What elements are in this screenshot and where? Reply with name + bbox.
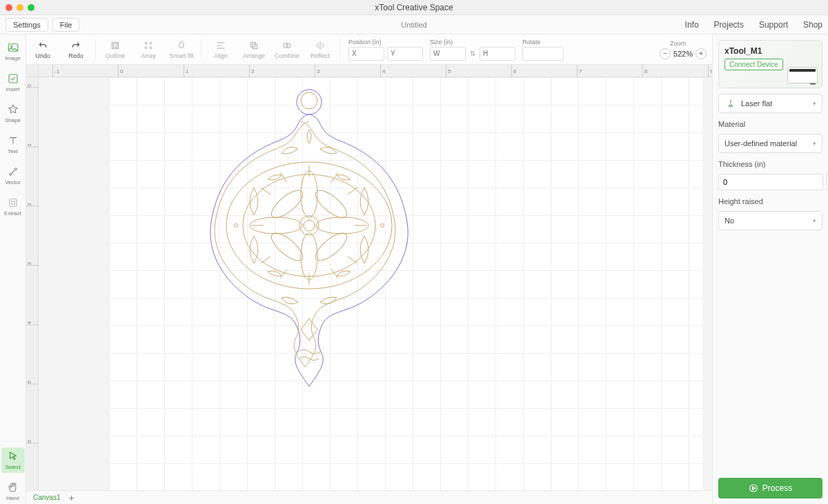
material-value: User-defined material xyxy=(724,139,797,148)
app-title: xTool Creative Space xyxy=(0,3,828,12)
size-label: Size (in) xyxy=(430,39,515,46)
undo-button[interactable]: Undo xyxy=(26,40,59,59)
image-tool[interactable]: Image xyxy=(1,39,25,64)
hand-tool-label: Hand xyxy=(6,495,19,501)
svg-rect-5 xyxy=(9,199,17,207)
svg-point-30 xyxy=(381,224,384,228)
hand-icon xyxy=(7,481,19,494)
svg-point-3 xyxy=(9,173,11,175)
redo-icon xyxy=(70,40,81,51)
hand-tool[interactable]: Hand xyxy=(1,478,25,504)
device-card: xTool_M1 Connect Device xyxy=(718,40,822,88)
rotate-label: Rotate xyxy=(522,39,564,46)
chevron-down-icon: ▾ xyxy=(813,140,816,147)
cursor-icon xyxy=(7,450,19,463)
ruler-corner xyxy=(26,65,39,77)
position-y-input[interactable] xyxy=(387,47,423,61)
rotate-input[interactable] xyxy=(522,47,564,61)
text-tool[interactable]: Text xyxy=(1,132,25,157)
smartfill-label: Smart fill xyxy=(169,52,193,59)
shape-tool[interactable]: Shape xyxy=(1,101,25,126)
reflect-icon xyxy=(315,40,326,51)
svg-rect-7 xyxy=(113,43,117,47)
menubar: Settings File Untitled Info Projects Sup… xyxy=(0,15,828,34)
vector-tool[interactable]: Vector xyxy=(1,163,25,188)
svg-point-1 xyxy=(10,46,12,47)
play-icon xyxy=(749,483,758,493)
insert-tool-label: Insert xyxy=(6,86,19,92)
extract-tool[interactable]: Extract xyxy=(1,194,25,219)
svg-point-11 xyxy=(150,47,152,49)
height-raised-select[interactable]: No ▾ xyxy=(718,211,822,230)
canvas-tabs: Canvas1 + xyxy=(26,490,712,504)
align-icon xyxy=(215,40,226,51)
nav-support[interactable]: Support xyxy=(759,20,788,30)
size-h-input[interactable] xyxy=(480,47,515,61)
top-toolbar: Undo Redo Outline Array Smart fill Align… xyxy=(26,34,712,65)
svg-point-20 xyxy=(304,220,315,231)
ornament-artwork[interactable] xyxy=(185,84,433,394)
thickness-input[interactable] xyxy=(718,174,823,190)
process-button[interactable]: Process xyxy=(718,478,822,498)
position-fields: Position (in) xyxy=(348,39,423,61)
insert-icon xyxy=(7,72,19,85)
svg-point-9 xyxy=(150,42,152,44)
position-x-input[interactable] xyxy=(348,47,384,61)
array-icon xyxy=(143,40,154,51)
svg-point-16 xyxy=(301,92,317,109)
svg-rect-6 xyxy=(112,42,118,48)
text-icon xyxy=(7,134,19,147)
nav-shop[interactable]: Shop xyxy=(803,20,822,30)
height-raised-value: No xyxy=(724,216,734,225)
mode-select[interactable]: Laser flat ▾ xyxy=(718,94,822,113)
array-button[interactable]: Array xyxy=(132,40,165,59)
align-button[interactable]: Align xyxy=(204,40,237,59)
settings-button[interactable]: Settings xyxy=(6,18,48,32)
svg-point-15 xyxy=(286,43,291,48)
reflect-button[interactable]: Reflect xyxy=(304,40,337,59)
canvas-area[interactable]: -10123456789 0123456 xyxy=(26,65,712,504)
material-select[interactable]: User-defined material ▾ xyxy=(718,134,822,153)
smartfill-button[interactable]: Smart fill xyxy=(165,40,198,59)
chevron-down-icon: ▾ xyxy=(813,217,816,224)
arrange-button[interactable]: Arrange xyxy=(237,40,270,59)
select-tool[interactable]: Select xyxy=(1,447,25,473)
size-w-input[interactable] xyxy=(430,47,466,61)
svg-rect-2 xyxy=(9,74,17,83)
arrange-label: Arrange xyxy=(243,52,265,59)
lock-aspect-icon[interactable]: ⇅ xyxy=(469,50,477,57)
size-fields: Size (in) ⇅ xyxy=(430,39,515,61)
svg-point-29 xyxy=(235,224,238,228)
mode-value: Laser flat xyxy=(741,99,772,108)
chevron-down-icon: ▾ xyxy=(813,100,816,107)
shape-icon xyxy=(7,103,19,116)
redo-button[interactable]: Redo xyxy=(59,40,92,59)
canvas-paper[interactable] xyxy=(109,77,702,498)
combine-button[interactable]: Combine xyxy=(270,40,304,59)
zoom-out-button[interactable]: − xyxy=(660,48,671,59)
zoom-in-button[interactable]: + xyxy=(696,48,707,59)
insert-tool[interactable]: Insert xyxy=(1,70,25,95)
height-raised-label: Height raised xyxy=(718,197,822,205)
svg-point-4 xyxy=(14,168,17,170)
array-label: Array xyxy=(141,52,156,59)
select-tool-label: Select xyxy=(5,464,20,470)
svg-point-22 xyxy=(301,233,317,280)
connect-device-button[interactable]: Connect Device xyxy=(724,59,783,70)
outline-button[interactable]: Outline xyxy=(99,40,132,59)
shape-tool-label: Shape xyxy=(5,117,21,123)
text-tool-label: Text xyxy=(8,148,18,154)
canvas-tab-1[interactable]: Canvas1 xyxy=(29,492,64,503)
laser-flat-icon xyxy=(724,97,737,110)
nav-info[interactable]: Info xyxy=(685,20,699,30)
file-button[interactable]: File xyxy=(52,18,80,32)
ruler-vertical: 0123456 xyxy=(26,77,39,504)
combine-label: Combine xyxy=(275,52,299,59)
thickness-label: Thickness (in) xyxy=(718,160,822,168)
svg-rect-12 xyxy=(250,42,255,47)
add-canvas-button[interactable]: + xyxy=(68,493,74,503)
image-tool-label: Image xyxy=(5,55,20,61)
vector-tool-label: Vector xyxy=(5,179,21,185)
nav-projects[interactable]: Projects xyxy=(714,20,744,30)
outline-icon xyxy=(110,40,121,51)
